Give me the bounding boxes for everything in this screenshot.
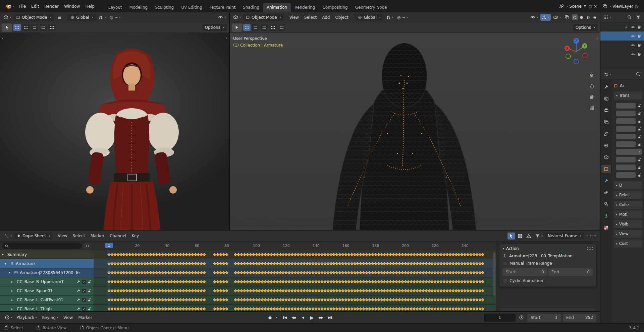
playhead[interactable] [109,250,109,311]
channel-cc-base-r-upperarmt[interactable]: ▸CC_Base_R_UpperarmT✓ [0,277,94,286]
snap-button[interactable]: ▾ [384,14,395,21]
select-mode-intersect-button[interactable] [278,24,285,31]
wrench-icon[interactable] [76,307,80,311]
dopesheet-menu-channel[interactable]: Channel [107,233,129,239]
props-section-view[interactable]: ▸View [614,230,642,238]
lockopen-icon[interactable] [638,165,642,170]
collapsed-menus-button[interactable]: ≡ [55,14,64,21]
only-selected-toggle[interactable] [507,233,515,240]
eye-icon[interactable] [631,34,635,38]
properties-tab-tool[interactable] [601,83,611,91]
expand-chevron-icon[interactable]: ▸ [11,280,15,283]
outliner-row-1[interactable] [600,31,644,41]
unlink-scene-icon[interactable]: × [594,4,597,9]
props-section-visib[interactable]: ▸Visib [614,220,642,228]
properties-tab-view-layer[interactable] [601,118,611,126]
workspace-tab-animation[interactable]: Animation [263,3,291,12]
channel-enable-checkbox[interactable]: ✓ [82,298,86,302]
eye-icon[interactable] [631,25,635,29]
properties-tab-constraints[interactable] [601,200,611,208]
workspace-tab-texture-paint[interactable]: Texture Paint [206,3,239,12]
expand-chevron-icon[interactable]: ▸ [11,298,15,302]
keyframe-row-cc-base-r-upperarmt[interactable] [94,277,496,286]
props-section-d[interactable]: ▸D [614,181,642,189]
toolbar-expand-chevron[interactable]: › [231,36,233,41]
dopesheet-mode-dropdown[interactable]: Dope Sheet ▾ [14,233,53,239]
topbar-menu-file[interactable]: File [16,3,29,10]
lockopen-icon[interactable] [88,307,92,311]
outliner-row-2[interactable] [600,41,644,50]
keyframe[interactable] [203,253,206,256]
viewlayer-selector[interactable]: ▾ ViewLayer [600,3,641,9]
keyframe[interactable] [203,271,206,274]
keyframe[interactable] [203,280,206,283]
viewport-right-canvas[interactable]: › ‹ User Perspective (1) Collection | Ar… [230,33,600,230]
eye-icon[interactable] [631,52,635,56]
workspace-tab-sculpting[interactable]: Sculpting [151,3,177,12]
prev-keyframe-button[interactable]: ◀◆ [289,314,298,322]
keyframe[interactable] [225,307,228,311]
transform-value-field[interactable] [616,172,636,178]
expand-chevron-icon[interactable]: ▾ [9,271,12,274]
panel-grip-icon[interactable] [587,247,593,250]
viewport-left-canvas[interactable]: › ‹ [0,33,229,230]
overlays-dropdown[interactable]: ▾ [552,14,562,21]
use-preview-range-button[interactable] [518,314,525,321]
shading-wireframe-button[interactable]: ○ [572,14,578,20]
play-reverse-button[interactable]: ◀ [299,314,307,322]
lockopen-icon[interactable] [638,112,642,116]
workspace-tab-geometry-node[interactable]: Geometry Node [352,3,391,12]
keyframe-row-armature-2280856451200-te[interactable] [94,268,496,277]
workspace-tab-modeling[interactable]: Modeling [126,3,152,12]
channel-enable-checkbox[interactable]: ✓ [82,307,86,311]
channel-cc-base-l-thigh[interactable]: ▸CC_Base_L_Thigh✓ [0,305,94,311]
new-viewlayer-icon[interactable] [635,4,639,8]
invert-filter-button[interactable]: ↔ [84,243,92,249]
frame-ruler[interactable]: 20406080100120140160180200220240 [94,242,496,250]
jump-end-button[interactable]: ▶▮ [326,314,334,322]
keyframe-row-armature[interactable] [94,259,496,268]
properties-tab-render[interactable] [601,94,611,103]
dopesheet-menu-view[interactable]: View [55,233,70,239]
options-dropdown[interactable]: Options ▾ [573,24,598,31]
action-start-field[interactable]: Start 0 [503,268,547,276]
keyframe[interactable] [481,289,484,292]
editor-type-button[interactable]: ▾ [602,14,613,21]
workspace-tab-layout[interactable]: Layout [105,3,126,12]
viewport-menu-object[interactable]: Object [332,14,351,21]
vertical-scrollbar[interactable] [493,252,495,296]
select-mode-extend-button[interactable] [252,24,259,31]
options-dropdown[interactable]: Options ▾ [202,24,227,31]
mode-dropdown[interactable]: Object Mode ▾ [243,14,284,21]
channel-enable-checkbox[interactable]: ✓ [82,289,86,293]
transform-value-field[interactable] [616,157,636,162]
next-panel-edge[interactable] [499,308,596,311]
frame-end-field[interactable]: End 252 [563,314,596,322]
filter-dropdown[interactable]: ▾ [534,233,544,240]
shading-material-button[interactable]: ◐ [585,14,591,20]
properties-tab-output[interactable] [601,106,611,114]
editor-type-button[interactable]: ▾ [232,14,242,21]
expand-chevron-icon[interactable]: ▾ [5,262,8,265]
cyclic-animation-row[interactable]: Cyclic Animation [503,278,593,283]
lockopen-icon[interactable] [88,289,92,293]
xray-toggle[interactable] [563,14,571,21]
keyframe[interactable] [225,262,228,265]
expand-chevron-icon[interactable]: ▸ [11,307,15,311]
channel-search-input[interactable] [2,243,82,249]
editor-type-button[interactable]: ▾ [3,314,14,321]
frame-start-field[interactable]: Start 1 [527,314,561,322]
active-tool-button[interactable] [2,23,12,32]
select-mode-set-button[interactable] [243,24,251,31]
outliner-row-0[interactable]: ✓ [600,22,644,31]
manual-frame-range-checkbox[interactable] [503,261,507,266]
lockopen-icon[interactable] [88,280,92,284]
editor-type-button[interactable]: ▾ [3,233,13,240]
lockopen-icon[interactable] [638,142,642,146]
channel-armature-2280856451200-te[interactable]: ▾Armature|2280856451200_Te [0,268,94,277]
outliner-row-3[interactable] [600,50,644,59]
viewport-menu-view[interactable]: View [287,14,302,21]
playbar-menu-view[interactable]: View [61,314,75,321]
action-selector[interactable]: Armature|228...00_TempMotion [503,254,593,258]
snap-button[interactable]: ▾ [97,14,107,21]
